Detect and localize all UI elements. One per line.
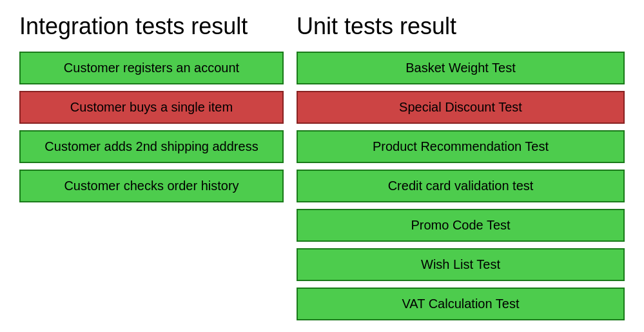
unit-test-item-product-recommendation[interactable]: Product Recommendation Test bbox=[297, 130, 625, 163]
unit-test-item-vat-calculation[interactable]: VAT Calculation Test bbox=[297, 288, 625, 320]
integration-test-item-order-history[interactable]: Customer checks order history bbox=[19, 170, 284, 202]
unit-tests-title: Unit tests result bbox=[297, 13, 625, 40]
unit-tests-section: Unit tests result Basket Weight TestSpec… bbox=[290, 6, 631, 326]
integration-test-item-buy-single-item[interactable]: Customer buys a single item bbox=[19, 91, 284, 124]
unit-test-item-wish-list[interactable]: Wish List Test bbox=[297, 248, 625, 281]
integration-test-item-shipping-address[interactable]: Customer adds 2nd shipping address bbox=[19, 130, 284, 163]
unit-test-item-special-discount[interactable]: Special Discount Test bbox=[297, 91, 625, 124]
unit-test-item-promo-code[interactable]: Promo Code Test bbox=[297, 209, 625, 242]
integration-tests-list: Customer registers an accountCustomer bu… bbox=[19, 52, 284, 202]
unit-test-item-basket-weight[interactable]: Basket Weight Test bbox=[297, 52, 625, 84]
unit-test-item-credit-card-validation[interactable]: Credit card validation test bbox=[297, 170, 625, 202]
unit-tests-list: Basket Weight TestSpecial Discount TestP… bbox=[297, 52, 625, 320]
integration-tests-section: Integration tests result Customer regist… bbox=[13, 6, 290, 326]
integration-test-item-register-account[interactable]: Customer registers an account bbox=[19, 52, 284, 84]
integration-tests-title: Integration tests result bbox=[19, 13, 284, 40]
